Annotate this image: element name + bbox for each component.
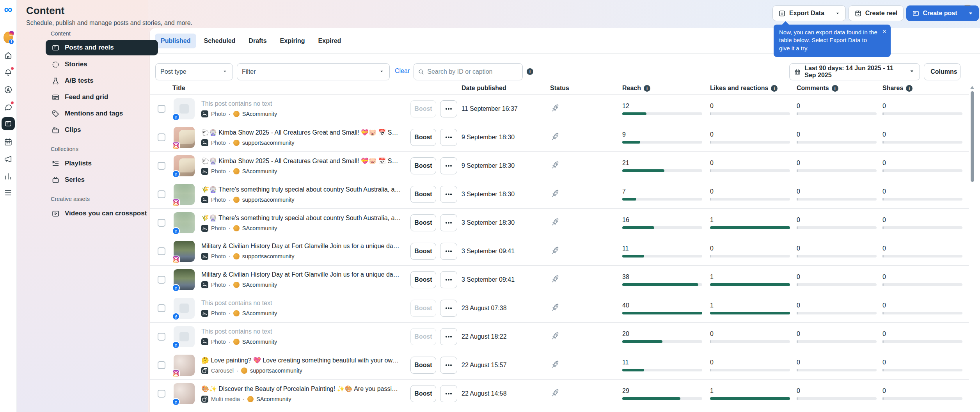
planner-icon[interactable] [4,137,13,147]
row-checkbox[interactable] [158,333,165,341]
sidebar-item-stories[interactable]: Stories [46,56,158,73]
boost-button[interactable]: Boost [410,300,436,317]
tooltip-close-icon[interactable]: × [882,28,886,35]
more-options-button[interactable] [440,385,457,402]
row-checkbox[interactable] [158,276,165,284]
row-checkbox[interactable] [158,133,165,141]
tab-scheduled[interactable]: Scheduled [204,34,235,48]
search-input[interactable] [427,68,518,75]
info-icon[interactable]: i [771,85,778,92]
boost-button[interactable]: Boost [410,214,436,231]
post-thumbnail[interactable]: f [174,298,195,319]
info-icon[interactable]: i [832,85,838,92]
sidebar-item-feed-and-grid[interactable]: Feed and grid [46,89,158,105]
table-row[interactable]: 🌾🎡 There's something truly special about… [150,180,969,208]
table-row[interactable]: 🤔 Love painting? 💖 Love creating somethi… [150,351,969,379]
more-options-button[interactable] [440,271,457,288]
filter-select[interactable]: Filter [237,63,390,80]
post-thumbnail[interactable] [174,127,195,148]
scrollbar-thumb[interactable] [971,91,974,182]
columns-button[interactable]: Columns [924,63,960,80]
create-reel-button[interactable]: Create reel [849,5,904,21]
post-thumbnail[interactable] [174,184,195,205]
home-icon[interactable] [4,51,13,60]
search-box[interactable] [414,63,523,80]
scroll-up-arrow-icon[interactable] [970,86,974,89]
column-header-date[interactable]: Date published [462,85,550,92]
post-thumbnail[interactable]: f [174,326,195,347]
boost-button[interactable]: Boost [410,357,436,374]
inbox-icon[interactable] [4,102,13,112]
sidebar-item-clips[interactable]: Clips [46,122,158,138]
post-title[interactable]: Military & Civilian History Day at Fort … [201,243,401,250]
create-post-button[interactable]: Create post [906,5,979,21]
insights-icon[interactable] [4,172,13,181]
post-title[interactable]: 🤔 Love painting? 💖 Love creating somethi… [201,357,401,364]
info-icon[interactable]: i [644,85,650,92]
tab-drafts[interactable]: Drafts [249,34,266,48]
sidebar-item-series[interactable]: Series [46,172,158,188]
boost-button[interactable]: Boost [410,186,436,203]
more-options-button[interactable] [440,214,457,231]
post-title[interactable]: This post contains no text [201,328,401,335]
sidebar-item-posts-and-reels[interactable]: Posts and reels [46,40,158,55]
tab-published[interactable]: Published [155,34,196,48]
more-options-button[interactable] [440,129,457,146]
sidebar-item-mentions-and-tags[interactable]: Mentions and tags [46,105,158,122]
content-icon-active[interactable] [2,117,15,130]
tab-expired[interactable]: Expired [318,34,341,48]
post-title[interactable]: 🐑🎡 Kimba Show 2025 - All Creatures Great… [201,157,401,165]
tab-expiring[interactable]: Expiring [280,34,305,48]
table-row[interactable]: f This post contains no text Photo · SAc… [150,322,969,351]
column-header-title[interactable]: Title [150,85,410,92]
post-title[interactable]: 🌾🎡 There's something truly special about… [201,186,401,193]
more-options-button[interactable] [440,357,457,374]
table-row[interactable]: f This post contains no text Photo · SAc… [150,294,969,322]
search-info-icon[interactable]: i [527,68,533,75]
column-header-status[interactable]: Status [550,85,622,92]
info-icon[interactable]: i [906,85,913,92]
post-title[interactable]: 🐑🎡 Kimba Show 2025 - All Creatures Great… [201,129,401,136]
row-checkbox[interactable] [158,162,165,170]
ads-icon[interactable] [4,85,13,94]
boost-button[interactable]: Boost [410,129,436,146]
more-options-button[interactable] [440,186,457,203]
boost-button[interactable]: Boost [410,385,436,402]
boost-button[interactable]: Boost [410,157,436,174]
table-row[interactable]: f 🌾🎡 There's something truly special abo… [150,208,969,237]
column-header-comments[interactable]: Commentsi [797,85,882,92]
export-data-button[interactable]: Export Data [772,5,846,21]
row-checkbox[interactable] [158,105,165,113]
all-tools-icon[interactable] [4,188,13,197]
boost-button[interactable]: Boost [410,328,436,345]
post-thumbnail[interactable]: f [174,383,195,404]
date-range-button[interactable]: Last 90 days: 14 Jun 2025 - 11 Sep 2025 [789,63,920,80]
export-data-dropdown[interactable] [830,6,845,21]
more-options-button[interactable] [440,300,457,317]
table-row[interactable]: f 🐑🎡 Kimba Show 2025 - All Creatures Gre… [150,151,969,180]
row-checkbox[interactable] [158,219,165,227]
post-title[interactable]: 🌾🎡 There's something truly special about… [201,214,401,222]
more-options-button[interactable] [440,100,457,117]
more-options-button[interactable] [440,243,457,260]
column-header-reach[interactable]: Reachi [622,85,710,92]
row-checkbox[interactable] [158,361,165,369]
more-options-button[interactable] [440,157,457,174]
boost-button[interactable]: Boost [410,100,436,117]
sidebar-item-videos-you-can-crosspost[interactable]: Videos you can crosspost [46,205,158,222]
vertical-scrollbar[interactable] [970,86,975,410]
post-thumbnail[interactable]: f [174,269,195,290]
more-options-button[interactable] [440,328,457,345]
post-title[interactable]: 🎨✨ Discover the Beauty of Porcelain Pain… [201,385,401,392]
promotions-icon[interactable] [4,154,13,164]
boost-button[interactable]: Boost [410,243,436,260]
create-post-dropdown[interactable] [963,6,978,21]
post-thumbnail[interactable]: f [174,98,195,119]
sidebar-item-a-b-tests[interactable]: A/B tests [46,73,158,89]
post-title[interactable]: Military & Civilian History Day at Fort … [201,271,401,278]
post-title[interactable]: This post contains no text [201,300,401,307]
table-row[interactable]: f Military & Civilian History Day at For… [150,265,969,294]
business-avatar[interactable]: f [4,33,13,42]
column-header-likes[interactable]: Likes and reactionsi [710,85,797,92]
sidebar-item-playlists[interactable]: Playlists [46,155,158,172]
